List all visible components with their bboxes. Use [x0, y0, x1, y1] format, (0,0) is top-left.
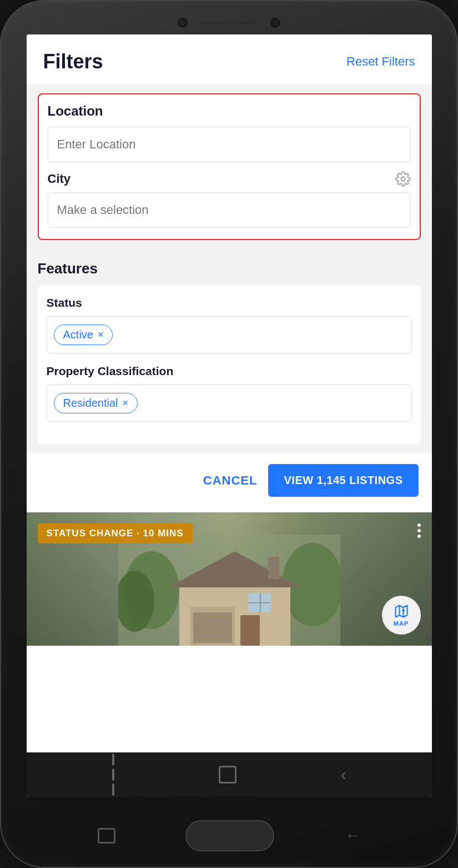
location-section: Location City — [27, 84, 432, 251]
modal-header: Filters Reset Filters — [27, 34, 432, 84]
svg-point-20 — [402, 610, 405, 612]
house-silhouette — [118, 535, 340, 646]
more-options-icon[interactable] — [417, 523, 421, 538]
status-group-label: Status — [47, 296, 412, 310]
bottom-nav-bar: ‹ — [27, 752, 432, 797]
city-row: City — [48, 171, 411, 187]
active-tag[interactable]: Active × — [54, 325, 113, 345]
front-camera-left — [177, 17, 189, 29]
map-icon — [394, 603, 409, 619]
home-indicator-area: ← — [63, 820, 396, 851]
features-box: Status Active × Property Classification — [38, 285, 421, 444]
residential-tag[interactable]: Residential × — [54, 393, 138, 413]
nav-back-arrow-icon[interactable]: ← — [345, 827, 360, 845]
city-input[interactable] — [48, 192, 411, 228]
residential-tag-close[interactable]: × — [122, 397, 128, 409]
residential-tag-text: Residential — [63, 397, 118, 410]
status-group: Status Active × — [47, 296, 412, 353]
features-label: Features — [38, 260, 421, 277]
active-tag-close[interactable]: × — [98, 329, 104, 341]
city-label: City — [48, 172, 71, 186]
property-classification-tags-container: Residential × — [47, 385, 412, 422]
phone-top-bar — [1, 1, 457, 34]
page-title: Filters — [43, 50, 103, 73]
view-listings-button[interactable]: VIEW 1,145 LISTINGS — [268, 464, 418, 497]
features-section: Features Status Active × — [27, 251, 432, 453]
filters-modal: Filters Reset Filters Location City — [27, 34, 432, 752]
front-camera-right — [269, 17, 281, 29]
phone-frame: Filters Reset Filters Location City — [0, 0, 458, 868]
reset-filters-button[interactable]: Reset Filters — [346, 54, 415, 69]
location-input[interactable] — [48, 127, 411, 162]
location-label: Location — [48, 103, 411, 119]
property-classification-group: Property Classification Residential × — [47, 365, 412, 422]
cancel-button[interactable]: CANCEL — [203, 473, 258, 488]
property-image-area: STATUS CHANGE · 10 MINS MAP — [27, 512, 432, 646]
location-box: Location City — [38, 93, 421, 240]
gear-icon[interactable] — [395, 171, 411, 187]
status-tags-container: Active × — [47, 316, 412, 353]
active-tag-text: Active — [63, 328, 93, 341]
map-button[interactable]: MAP — [382, 596, 421, 635]
phone-screen: Filters Reset Filters Location City — [27, 34, 432, 797]
svg-marker-17 — [395, 606, 407, 617]
svg-point-0 — [401, 177, 405, 181]
status-badge: STATUS CHANGE · 10 MINS — [38, 523, 193, 543]
action-row: CANCEL VIEW 1,145 LISTINGS — [27, 453, 432, 512]
nav-home-icon[interactable] — [219, 766, 236, 784]
home-button[interactable] — [185, 820, 274, 851]
svg-rect-14 — [249, 602, 271, 603]
speaker-dots — [200, 22, 258, 24]
phone-bottom: ← — [1, 808, 457, 867]
svg-rect-16 — [268, 557, 279, 579]
property-classification-label: Property Classification — [47, 365, 412, 378]
nav-menu-icon[interactable] — [112, 754, 114, 796]
nav-recents-icon[interactable] — [98, 828, 115, 844]
nav-back-icon[interactable]: ‹ — [341, 765, 346, 784]
svg-rect-15 — [240, 615, 260, 646]
map-button-label: MAP — [394, 620, 409, 627]
